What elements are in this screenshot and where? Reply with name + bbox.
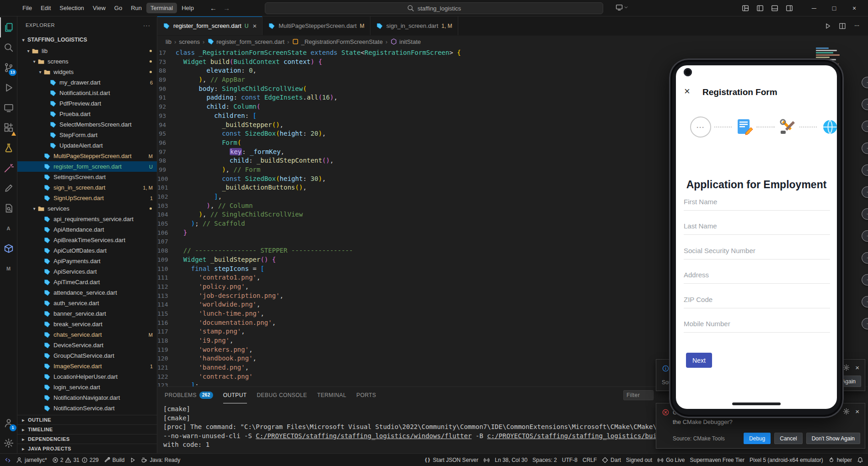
more-actions-icon[interactable]: ··· [853, 22, 861, 30]
panel-tab-debug-console[interactable]: DEBUG CONSOLE [257, 387, 307, 403]
minimize-button[interactable]: ─ [804, 0, 824, 16]
panel-tab-terminal[interactable]: TERMINAL [317, 387, 346, 403]
explorer-item-attendance_service.dart[interactable]: attendance_service.dart [17, 287, 157, 298]
field-address[interactable]: Address [684, 270, 830, 284]
output-link[interactable]: c:/PROYECTOS/staffing/staffing_logistics… [487, 432, 664, 440]
menu-edit[interactable]: Edit [37, 3, 55, 13]
activity-extension-pencil[interactable] [0, 178, 17, 198]
explorer-item-login_service.dart[interactable]: login_service.dart [17, 382, 157, 392]
field-mobile-number[interactable]: Mobile Number [684, 319, 830, 333]
status-java-status[interactable]: Java: Ready [141, 457, 180, 463]
activity-explorer[interactable] [0, 17, 17, 37]
maximize-button[interactable]: □ [824, 0, 844, 16]
gear-icon[interactable] [843, 364, 850, 371]
section-java-projects[interactable]: ▸JAVA PROJECTS [17, 444, 157, 453]
tab-register_form_screen.dart[interactable]: register_form_screen.dartU× [157, 16, 263, 35]
don-t-show-again-button[interactable]: Don't Show Again [806, 433, 860, 444]
close-icon[interactable]: × [684, 86, 690, 96]
next-button[interactable]: Next [686, 353, 712, 368]
debug-button[interactable]: Debug [744, 433, 771, 444]
emulator-control-4[interactable]: · [862, 143, 868, 154]
explorer-item-PdfPreview.dart[interactable]: PdfPreview.dart [17, 98, 157, 109]
cancel-button[interactable]: Cancel [774, 433, 802, 444]
command-center-search[interactable]: staffing_logistics [265, 2, 603, 14]
status-language-mode[interactable]: Dart [602, 457, 621, 463]
breadcrumb-item-_RegistrationFormScreenState[interactable]: _RegistrationFormScreenState [292, 38, 382, 45]
emulator-control-5[interactable]: · [862, 164, 868, 176]
menu-file[interactable]: File [18, 3, 36, 13]
explorer-item-ApiTimeCard.dart[interactable]: ApiTimeCard.dart [17, 277, 157, 287]
explorer-item-MultiPageStepperScreen.dart[interactable]: MultiPageStepperScreen.dartM [17, 151, 157, 161]
explorer-item-StepForm.dart[interactable]: StepForm.dart [17, 130, 157, 140]
section-dependencies[interactable]: ▸DEPENDENCIES [17, 434, 157, 444]
status-remote-indicator[interactable] [5, 457, 11, 463]
activity-extension-wand[interactable] [0, 158, 17, 178]
explorer-more-actions-icon[interactable]: ··· [143, 22, 150, 29]
explorer-item-NotificationService.dart[interactable]: NotificationService.dart [17, 403, 157, 413]
status-eol[interactable]: CRLF [583, 457, 597, 463]
activity-extension-letter-m[interactable]: M [0, 259, 17, 279]
breadcrumb-item-lib[interactable]: lib [166, 38, 171, 45]
explorer-item-ImageService.dart[interactable]: ImageService.dart1 [17, 361, 157, 371]
status-build-task[interactable]: Build [104, 457, 125, 463]
explorer-item-SettingsScreen.dart[interactable]: SettingsScreen.dart [17, 172, 157, 182]
workspace-root[interactable]: ▾ STAFFING_LOGISTICS [17, 34, 157, 46]
toggle-sidebar-icon[interactable] [756, 5, 764, 12]
status-helper[interactable]: helper [828, 457, 852, 463]
emulator-control-1[interactable]: · [862, 77, 868, 88]
emulator-control-7[interactable]: · [862, 208, 868, 220]
explorer-item-DeviceService.dart[interactable]: DeviceService.dart [17, 340, 157, 350]
explorer-item-screens[interactable]: ▾screens [17, 56, 157, 67]
menu-go[interactable]: Go [110, 3, 126, 13]
emulator-control-3[interactable]: · [862, 121, 868, 132]
new-window-button[interactable] [616, 4, 628, 11]
emulator-control-8[interactable]: · [862, 230, 868, 242]
emulator-control-2[interactable]: · [862, 99, 868, 110]
close-icon[interactable]: × [855, 364, 859, 371]
status-diagnostics[interactable]: 231229 [52, 457, 99, 463]
explorer-item-my_drawer.dart[interactable]: my_drawer.dart6 [17, 77, 157, 88]
activity-testing[interactable] [0, 138, 17, 158]
gear-icon[interactable] [843, 408, 850, 415]
activity-source-control[interactable]: 13 [0, 58, 17, 78]
explorer-item-widgets[interactable]: ▾widgets [17, 67, 157, 77]
explorer-item-ApiServices.dart[interactable]: ApiServices.dart [17, 266, 157, 277]
activity-extension-package[interactable] [0, 238, 17, 259]
explorer-item-ApiBreakTimeServices.dart[interactable]: ApiBreakTimeServices.dart [17, 235, 157, 245]
activity-settings[interactable] [0, 433, 17, 453]
layout-grid-icon[interactable] [742, 5, 749, 12]
emulator-control-11[interactable]: · [862, 296, 868, 307]
menu-help[interactable]: Help [177, 3, 198, 13]
emulator-control-10[interactable]: · [862, 274, 868, 286]
status-cursor-position[interactable]: Ln 38, Col 30 [495, 457, 527, 463]
tab-MultiPageStepperScreen.dart[interactable]: MultiPageStepperScreen.dartM [263, 16, 370, 35]
close-window-button[interactable]: × [844, 0, 864, 16]
activity-remote-explorer[interactable] [0, 98, 17, 118]
emulator-control-6[interactable]: · [862, 186, 868, 198]
explorer-item-lib[interactable]: ▾lib [17, 46, 157, 56]
emulator-control-12[interactable]: · [862, 318, 868, 329]
field-zip-code[interactable]: ZIP Code [684, 295, 830, 308]
close-icon[interactable]: × [253, 22, 257, 30]
toggle-secondary-sidebar-icon[interactable] [786, 5, 793, 12]
activity-run-and-debug[interactable] [0, 78, 17, 98]
section-outline[interactable]: ▸OUTLINE [17, 415, 157, 424]
back-arrow-icon[interactable]: ← [210, 4, 217, 12]
explorer-item-sign_in_screen.dart[interactable]: sign_in_screen.dart1, M [17, 182, 157, 193]
status-encoding[interactable]: UTF-8 [562, 457, 578, 463]
explorer-item-register_form_screen.dart[interactable]: register_form_screen.dartU [17, 161, 157, 172]
field-last-name[interactable]: Last Name [684, 221, 830, 235]
explorer-item-ApiCutOffDates.dart[interactable]: ApiCutOffDates.dart [17, 245, 157, 256]
menu-run[interactable]: Run [127, 3, 146, 13]
field-first-name[interactable]: First Name [684, 197, 830, 211]
output-link[interactable]: C:/PROYECTOS/staffing/staffing_logistics… [256, 432, 472, 440]
activity-accounts[interactable]: 1 [0, 413, 17, 433]
explorer-item-ApiPayments.dart[interactable]: ApiPayments.dart [17, 256, 157, 266]
explorer-item-LocationHelperUser.dart[interactable]: LocationHelperUser.dart [17, 371, 157, 382]
menu-view[interactable]: View [89, 3, 110, 13]
activity-extensions[interactable] [0, 118, 17, 138]
run-file-icon[interactable] [824, 22, 831, 30]
status-account[interactable]: jarnellyc* [16, 457, 47, 463]
explorer-item-Prueba.dart[interactable]: Prueba.dart [17, 109, 157, 119]
status-supermaven[interactable]: Supermaven Free Tier [690, 457, 745, 463]
